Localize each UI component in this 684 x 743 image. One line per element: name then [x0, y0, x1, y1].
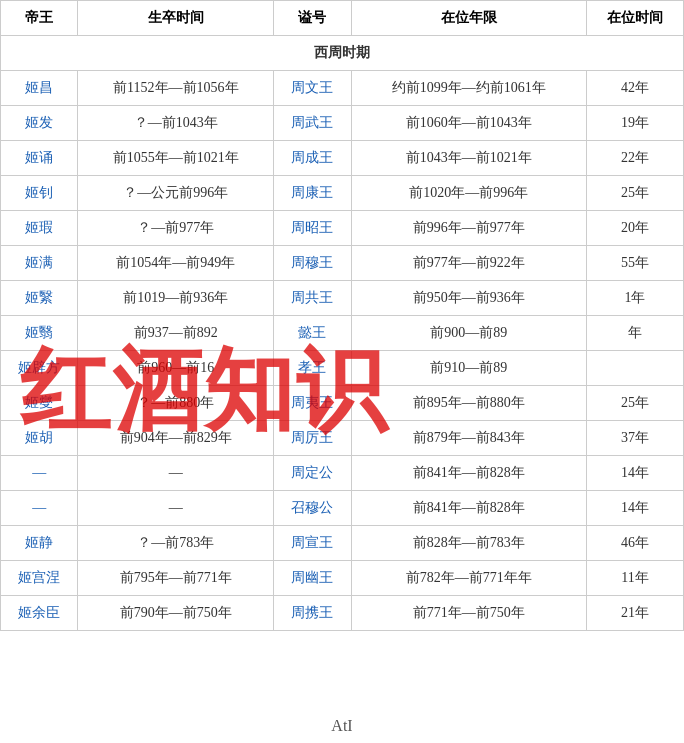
emperor-name: 姬钊 — [1, 176, 78, 211]
title: 周夷王 — [274, 386, 351, 421]
duration: 22年 — [586, 141, 683, 176]
duration: 21年 — [586, 596, 683, 631]
emperor-name: 姬瑕 — [1, 211, 78, 246]
emperor-name: 姬燮 — [1, 386, 78, 421]
title: 孝王 — [274, 351, 351, 386]
table-row: ——周定公前841年—前828年14年 — [1, 456, 684, 491]
table-row: 姬翳前937—前892懿王前900—前89年 — [1, 316, 684, 351]
title: 周成王 — [274, 141, 351, 176]
title: 周穆王 — [274, 246, 351, 281]
title: 周武王 — [274, 106, 351, 141]
duration: 11年 — [586, 561, 683, 596]
title: 周幽王 — [274, 561, 351, 596]
reign-years: 前895年—前880年 — [351, 386, 586, 421]
reign-years: 前900—前89 — [351, 316, 586, 351]
life-dates: 前960—前16 — [78, 351, 274, 386]
reign-years: 前1060年—前1043年 — [351, 106, 586, 141]
table-row: 姬燮？—前880年周夷王前895年—前880年25年 — [1, 386, 684, 421]
reign-years: 前771年—前750年 — [351, 596, 586, 631]
emperor-name: — — [1, 491, 78, 526]
table-row: 姬辟方前960—前16孝王前910—前89 — [1, 351, 684, 386]
life-dates: — — [78, 456, 274, 491]
table-row: 姬诵前1055年—前1021年周成王前1043年—前1021年22年 — [1, 141, 684, 176]
table-row: 姬昌前1152年—前1056年周文王约前1099年—约前1061年42年 — [1, 71, 684, 106]
reign-years: 前1020年—前996年 — [351, 176, 586, 211]
duration: 55年 — [586, 246, 683, 281]
emperor-name: 姬满 — [1, 246, 78, 281]
emperor-name: 姬发 — [1, 106, 78, 141]
life-dates: ？—前977年 — [78, 211, 274, 246]
reign-years: 前910—前89 — [351, 351, 586, 386]
table-row: 姬满前1054年—前949年周穆王前977年—前922年55年 — [1, 246, 684, 281]
reign-years: 前782年—前771年年 — [351, 561, 586, 596]
emperor-name: 姬翳 — [1, 316, 78, 351]
life-dates: 前795年—前771年 — [78, 561, 274, 596]
duration: 1年 — [586, 281, 683, 316]
title: 周宣王 — [274, 526, 351, 561]
title: 周康王 — [274, 176, 351, 211]
reign-years: 前996年—前977年 — [351, 211, 586, 246]
reign-years: 约前1099年—约前1061年 — [351, 71, 586, 106]
table-row: 姬余臣前790年—前750年周携王前771年—前750年21年 — [1, 596, 684, 631]
emperor-name: 姬繄 — [1, 281, 78, 316]
emperor-name: 姬宫涅 — [1, 561, 78, 596]
duration — [586, 351, 683, 386]
table-row: 姬钊？—公元前996年周康王前1020年—前996年25年 — [1, 176, 684, 211]
col-emperor: 帝王 — [1, 1, 78, 36]
reign-years: 前841年—前828年 — [351, 491, 586, 526]
reign-years: 前950年—前936年 — [351, 281, 586, 316]
reign-years: 前879年—前843年 — [351, 421, 586, 456]
life-dates: ？—前1043年 — [78, 106, 274, 141]
table-row: ——召穆公前841年—前828年14年 — [1, 491, 684, 526]
life-dates: 前1152年—前1056年 — [78, 71, 274, 106]
life-dates: 前904年—前829年 — [78, 421, 274, 456]
duration: 37年 — [586, 421, 683, 456]
dynasty-table: 帝王 生卒时间 谥号 在位年限 在位时间 西周时期姬昌前1152年—前1056年… — [0, 0, 684, 631]
life-dates: 前1054年—前949年 — [78, 246, 274, 281]
title: 周携王 — [274, 596, 351, 631]
period-row: 西周时期 — [1, 36, 684, 71]
emperor-name: 姬静 — [1, 526, 78, 561]
col-duration: 在位时间 — [586, 1, 683, 36]
table-row: 姬静？—前783年周宣王前828年—前783年46年 — [1, 526, 684, 561]
duration: 年 — [586, 316, 683, 351]
reign-years: 前841年—前828年 — [351, 456, 586, 491]
emperor-name: 姬昌 — [1, 71, 78, 106]
duration: 19年 — [586, 106, 683, 141]
col-life: 生卒时间 — [78, 1, 274, 36]
title: 周共王 — [274, 281, 351, 316]
title: 周定公 — [274, 456, 351, 491]
life-dates: 前790年—前750年 — [78, 596, 274, 631]
emperor-name: 姬余臣 — [1, 596, 78, 631]
emperor-name: — — [1, 456, 78, 491]
emperor-name: 姬辟方 — [1, 351, 78, 386]
table-row: 姬繄前1019—前936年周共王前950年—前936年1年 — [1, 281, 684, 316]
duration: 25年 — [586, 176, 683, 211]
title: 周文王 — [274, 71, 351, 106]
title: 周昭王 — [274, 211, 351, 246]
title: 周厉王 — [274, 421, 351, 456]
table-row: 姬瑕？—前977年周昭王前996年—前977年20年 — [1, 211, 684, 246]
life-dates: ？—前783年 — [78, 526, 274, 561]
watermark-sub: AtI — [331, 717, 352, 735]
duration: 14年 — [586, 456, 683, 491]
title: 懿王 — [274, 316, 351, 351]
life-dates: ？—前880年 — [78, 386, 274, 421]
emperor-name: 姬诵 — [1, 141, 78, 176]
life-dates: ？—公元前996年 — [78, 176, 274, 211]
duration: 20年 — [586, 211, 683, 246]
reign-years: 前1043年—前1021年 — [351, 141, 586, 176]
col-title: 谥号 — [274, 1, 351, 36]
reign-years: 前977年—前922年 — [351, 246, 586, 281]
title: 召穆公 — [274, 491, 351, 526]
table-header-row: 帝王 生卒时间 谥号 在位年限 在位时间 — [1, 1, 684, 36]
duration: 14年 — [586, 491, 683, 526]
col-reign-years: 在位年限 — [351, 1, 586, 36]
life-dates: 前1019—前936年 — [78, 281, 274, 316]
table-row: 姬胡前904年—前829年周厉王前879年—前843年37年 — [1, 421, 684, 456]
duration: 25年 — [586, 386, 683, 421]
life-dates: 前1055年—前1021年 — [78, 141, 274, 176]
period-label: 西周时期 — [1, 36, 684, 71]
emperor-name: 姬胡 — [1, 421, 78, 456]
table-row: 姬发？—前1043年周武王前1060年—前1043年19年 — [1, 106, 684, 141]
